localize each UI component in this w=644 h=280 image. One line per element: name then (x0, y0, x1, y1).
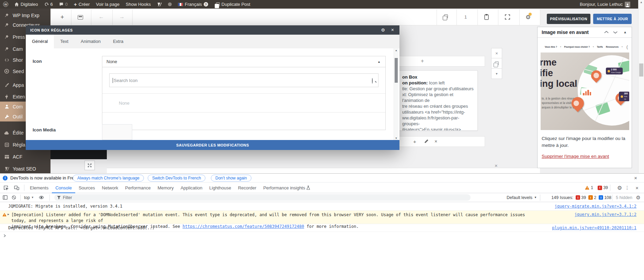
builder-settings-gear-icon[interactable]: ⚙ (526, 14, 531, 21)
tab-general[interactable]: Général (26, 35, 54, 48)
scrollbar-thumb[interactable] (395, 58, 398, 83)
tab-console[interactable]: Console (52, 183, 75, 193)
expand-editor-button[interactable] (84, 161, 95, 170)
scroll-down-icon[interactable]: ▼ (395, 137, 397, 139)
account-menu[interactable]: Bonjour, Lucie Lethuc (580, 0, 630, 9)
new-content-menu[interactable]: + Créer (71, 0, 93, 9)
fullscreen-icon[interactable] (505, 14, 510, 20)
devtools-settings-gear-icon[interactable]: ⚙ (617, 185, 622, 191)
issues-count[interactable]: ! 39 (598, 185, 608, 190)
modal-close-icon[interactable]: × (391, 27, 394, 33)
add-icon[interactable]: + (413, 139, 416, 144)
issues-counter[interactable]: 149 Issues: !39 !2 !108 (551, 195, 611, 200)
scroll-up-icon[interactable]: ▲ (395, 49, 397, 51)
collapse-toggle-icon[interactable]: ▲ (623, 30, 627, 34)
redo-button[interactable]: → (119, 14, 125, 20)
featured-image-thumbnail[interactable]: Vous êtes ?▾ Pourquoi nous choisir ?▾ Ta… (541, 41, 629, 130)
duplicate-row-button[interactable] (491, 58, 502, 69)
match-language-button[interactable]: Always match Chrome's language (73, 175, 144, 182)
duplicate-pages-icon (216, 2, 220, 6)
close-icon[interactable]: × (495, 163, 498, 168)
sidebar-item-acf[interactable]: ACF (0, 152, 50, 162)
icon-dropdown-panel: Search Icon None (102, 67, 386, 130)
modal-settings-gear-icon[interactable]: ⚙ (381, 27, 385, 33)
duplicate-icon[interactable] (444, 14, 448, 18)
tab-performance[interactable]: Performance (122, 183, 154, 193)
console-warning-count[interactable]: 1 (585, 185, 593, 190)
comments-menu[interactable]: 0 (56, 0, 71, 9)
tab-lighthouse[interactable]: Lighthouse (206, 183, 235, 193)
source-link[interactable]: plugin.min.js?ver=49110-20201110:1 (552, 225, 636, 230)
more-options-icon[interactable]: ⋮ (625, 185, 630, 190)
updates-menu[interactable]: 6 (41, 0, 56, 9)
duplicate-post-menu[interactable]: Duplicate Post (211, 0, 253, 9)
scrollbar-thumb[interactable] (639, 63, 643, 77)
hidden-messages-label[interactable]: 5 hidden (616, 195, 632, 200)
console-prompt-chevron-icon[interactable] (3, 234, 6, 237)
delete-icon[interactable]: × (434, 139, 437, 144)
preview-button[interactable]: PRÉVISUALISATION (547, 14, 590, 24)
icon-box-widget-preview[interactable]: on Box on position: Icon left tle: Gesti… (399, 70, 478, 131)
tab-recorder[interactable]: Recorder (235, 183, 260, 193)
layout-icon[interactable] (78, 15, 83, 20)
console-filter-input[interactable]: Filter (54, 194, 471, 201)
language-menu[interactable]: Français ? (175, 0, 211, 9)
pin-icon (4, 22, 10, 28)
update-button[interactable]: METTRE À JOUR (593, 14, 632, 24)
device-toolbar-icon[interactable] (11, 185, 22, 190)
icon-media-label: Icon Media (33, 127, 56, 132)
live-expression-eye-icon[interactable] (35, 196, 47, 199)
tab-sources[interactable]: Sources (75, 183, 99, 193)
featured-image-header[interactable]: Image mise en avant ▲ (538, 27, 632, 38)
page-scrollbar[interactable]: ▲ (638, 0, 644, 173)
icon-field-label: Icon (33, 59, 42, 64)
tab-performance-insights[interactable]: Performance insights (260, 183, 314, 193)
move-up-icon[interactable] (604, 30, 609, 35)
console-settings-gear-icon[interactable]: ⚙ (636, 195, 641, 201)
icon-search-input[interactable]: Search Icon (109, 73, 379, 87)
icon-select[interactable]: None ▲ (102, 56, 386, 67)
console-sidebar-icon[interactable] (0, 195, 10, 200)
tab-network[interactable]: Network (99, 183, 122, 193)
show-hooks-link[interactable]: Show Hooks (123, 0, 154, 9)
dont-show-again-button[interactable]: Don't show again (211, 175, 251, 182)
view-page-link[interactable]: Voir la page (93, 0, 123, 9)
close-row-button[interactable]: × (491, 48, 502, 58)
banner-close-icon[interactable]: × (634, 175, 637, 181)
clipboard-icon[interactable] (484, 14, 489, 20)
add-widget-button[interactable]: + (60, 14, 64, 21)
row-dropdown-button[interactable]: ▾ (491, 69, 502, 79)
yoast-menu[interactable] (154, 0, 165, 9)
source-link[interactable]: jquery.min.js?ver=3.7.1:2 (574, 212, 636, 217)
help-icon: ? (204, 2, 208, 7)
issue-icon: ! (598, 186, 602, 190)
icon-media-box[interactable] (102, 124, 132, 140)
tab-text[interactable]: Text (54, 35, 75, 48)
switch-french-button[interactable]: Switch DevTools to French (148, 175, 205, 182)
default-levels-dropdown[interactable]: Default levels▼ (507, 195, 537, 200)
edit-pencil-icon[interactable] (424, 139, 429, 143)
context-selector[interactable]: top▼ (23, 195, 35, 200)
tab-animation[interactable]: Animation (75, 35, 107, 48)
save-modifications-button[interactable]: SAUVEGARDER LES MODIFICATIONS (26, 140, 399, 150)
scroll-up-icon[interactable]: ▲ (640, 1, 643, 4)
devtools-close-icon[interactable]: × (635, 185, 639, 191)
site-menu[interactable]: Digitaleo (11, 0, 41, 9)
icon-option-none[interactable]: None (102, 93, 385, 113)
sidebar-item-yoast-seo[interactable]: Yoast SEO (0, 164, 50, 174)
tab-elements[interactable]: Elements (26, 183, 52, 193)
wordpress-logo-icon[interactable]: W (0, 0, 11, 9)
sidebar-item-wp-imp-exp[interactable]: WP Imp Exp (0, 10, 50, 20)
source-link[interactable]: jquery-migrate.min.js?ver=3.4.1:2 (555, 204, 636, 209)
tab-memory[interactable]: Memory (154, 183, 177, 193)
remove-featured-image-link[interactable]: Supprimer l'image mise en avant (542, 154, 609, 159)
clear-console-icon[interactable] (10, 195, 18, 200)
tab-extra[interactable]: Extra (107, 35, 129, 48)
move-down-icon[interactable] (613, 30, 618, 35)
modal-scrollbar[interactable]: ▲ ▼ (394, 48, 398, 140)
expand-triangle-icon[interactable]: ▶ (8, 213, 9, 216)
inspect-icon[interactable] (0, 185, 11, 190)
add-widget-bar[interactable]: + (399, 56, 485, 67)
undo-button[interactable]: ← (99, 14, 104, 20)
tab-application[interactable]: Application (177, 183, 206, 193)
